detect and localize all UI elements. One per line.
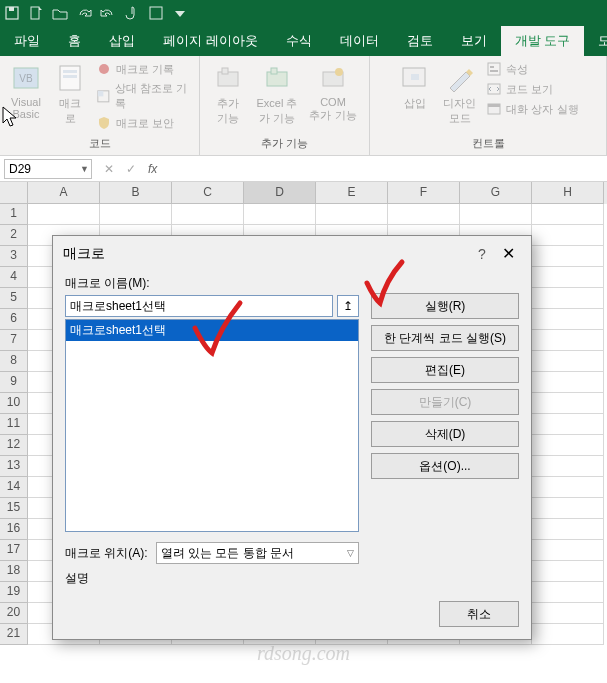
cell[interactable] xyxy=(532,477,604,498)
tab-pagelayout[interactable]: 페이지 레이아웃 xyxy=(149,26,272,56)
enter-formula-icon[interactable]: ✓ xyxy=(126,162,136,176)
col-H[interactable]: H xyxy=(532,182,604,204)
tab-data[interactable]: 데이터 xyxy=(326,26,393,56)
help-button[interactable]: ? xyxy=(469,246,495,262)
tab-formulas[interactable]: 수식 xyxy=(272,26,326,56)
cell[interactable] xyxy=(532,540,604,561)
cell[interactable] xyxy=(532,267,604,288)
record-macro-button[interactable]: 매크로 기록 xyxy=(94,60,193,78)
name-box[interactable]: D29 ▼ xyxy=(4,159,92,179)
cell[interactable] xyxy=(532,225,604,246)
delete-button[interactable]: 삭제(D) xyxy=(371,421,519,447)
row-header[interactable]: 5 xyxy=(0,288,28,309)
com-addins-button[interactable]: COM 추가 기능 xyxy=(305,60,360,125)
cell[interactable] xyxy=(532,624,604,645)
close-button[interactable]: ✕ xyxy=(495,244,521,263)
cell[interactable] xyxy=(316,204,388,225)
macro-security-button[interactable]: 매크로 보안 xyxy=(94,114,193,132)
cell[interactable] xyxy=(532,414,604,435)
design-mode-button[interactable]: 디자인 모드 xyxy=(439,60,480,128)
row-header[interactable]: 2 xyxy=(0,225,28,246)
insert-control-button[interactable]: 삽입 xyxy=(395,60,435,113)
chevron-down-icon[interactable]: ▼ xyxy=(80,164,89,174)
step-into-button[interactable]: 한 단계씩 코드 실행(S) xyxy=(371,325,519,351)
cell[interactable] xyxy=(388,204,460,225)
col-F[interactable]: F xyxy=(388,182,460,204)
cell[interactable] xyxy=(532,582,604,603)
cell[interactable] xyxy=(532,372,604,393)
visual-basic-button[interactable]: VB Visual Basic xyxy=(6,60,46,122)
cell[interactable] xyxy=(532,435,604,456)
cell[interactable] xyxy=(532,393,604,414)
cell[interactable] xyxy=(532,288,604,309)
run-dialog-button[interactable]: 대화 상자 실행 xyxy=(484,100,580,118)
tab-view[interactable]: 보기 xyxy=(447,26,501,56)
row-header[interactable]: 9 xyxy=(0,372,28,393)
touch-icon[interactable] xyxy=(124,5,140,21)
cell[interactable] xyxy=(532,456,604,477)
col-C[interactable]: C xyxy=(172,182,244,204)
tab-review[interactable]: 검토 xyxy=(393,26,447,56)
edit-button[interactable]: 편집(E) xyxy=(371,357,519,383)
collapse-dialog-button[interactable]: ↥ xyxy=(337,295,359,317)
row-header[interactable]: 15 xyxy=(0,498,28,519)
row-header[interactable]: 4 xyxy=(0,267,28,288)
cell[interactable] xyxy=(172,204,244,225)
cancel-formula-icon[interactable]: ✕ xyxy=(104,162,114,176)
row-header[interactable]: 1 xyxy=(0,204,28,225)
run-button[interactable]: 실행(R) xyxy=(371,293,519,319)
row-header[interactable]: 14 xyxy=(0,477,28,498)
row-header[interactable]: 6 xyxy=(0,309,28,330)
row-header[interactable]: 12 xyxy=(0,435,28,456)
row-header[interactable]: 18 xyxy=(0,561,28,582)
cell[interactable] xyxy=(532,330,604,351)
save-icon[interactable] xyxy=(4,5,20,21)
cell[interactable] xyxy=(532,246,604,267)
col-E[interactable]: E xyxy=(316,182,388,204)
cell[interactable] xyxy=(460,204,532,225)
row-header[interactable]: 13 xyxy=(0,456,28,477)
tab-home[interactable]: 홈 xyxy=(54,26,95,56)
tab-help[interactable]: 도움말 xyxy=(584,26,607,56)
macro-name-input[interactable] xyxy=(65,295,333,317)
col-G[interactable]: G xyxy=(460,182,532,204)
row-header[interactable]: 8 xyxy=(0,351,28,372)
addins-button[interactable]: 추가 기능 xyxy=(208,60,248,128)
row-header[interactable]: 19 xyxy=(0,582,28,603)
macro-list-item[interactable]: 매크로sheet1선택 xyxy=(66,320,358,341)
cell[interactable] xyxy=(532,519,604,540)
chevron-down-icon[interactable]: ▽ xyxy=(347,548,354,558)
cell[interactable] xyxy=(28,204,100,225)
cell[interactable] xyxy=(532,351,604,372)
row-header[interactable]: 20 xyxy=(0,603,28,624)
open-icon[interactable] xyxy=(52,5,68,21)
redo-icon[interactable] xyxy=(76,5,92,21)
row-header[interactable]: 7 xyxy=(0,330,28,351)
tab-insert[interactable]: 삽입 xyxy=(95,26,149,56)
col-A[interactable]: A xyxy=(28,182,100,204)
cell[interactable] xyxy=(532,561,604,582)
options-button[interactable]: 옵션(O)... xyxy=(371,453,519,479)
macro-listbox[interactable]: 매크로sheet1선택 xyxy=(65,319,359,532)
row-header[interactable]: 21 xyxy=(0,624,28,645)
new-icon[interactable] xyxy=(28,5,44,21)
cell[interactable] xyxy=(532,603,604,624)
macros-button[interactable]: 매크로 xyxy=(50,60,90,128)
row-header[interactable]: 10 xyxy=(0,393,28,414)
quick-save-icon[interactable] xyxy=(148,5,164,21)
cancel-button[interactable]: 취소 xyxy=(439,601,519,627)
properties-button[interactable]: 속성 xyxy=(484,60,580,78)
col-B[interactable]: B xyxy=(100,182,172,204)
view-code-button[interactable]: 코드 보기 xyxy=(484,80,580,98)
fx-icon[interactable]: fx xyxy=(148,162,157,176)
cell[interactable] xyxy=(244,204,316,225)
macro-location-combo[interactable]: 열려 있는 모든 통합 문서 ▽ xyxy=(156,542,359,564)
cell[interactable] xyxy=(532,204,604,225)
cell[interactable] xyxy=(532,309,604,330)
excel-addins-button[interactable]: Excel 추 가 기능 xyxy=(252,60,301,128)
customize-icon[interactable] xyxy=(172,5,188,21)
relative-ref-button[interactable]: 상대 참조로 기록 xyxy=(94,80,193,112)
cell[interactable] xyxy=(100,204,172,225)
row-header[interactable]: 3 xyxy=(0,246,28,267)
tab-file[interactable]: 파일 xyxy=(0,26,54,56)
